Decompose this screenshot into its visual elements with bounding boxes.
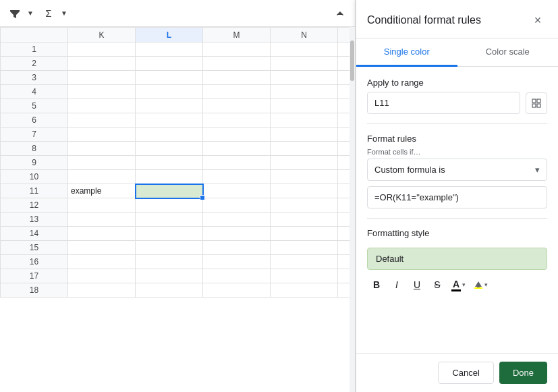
grid-cell[interactable] bbox=[136, 99, 203, 113]
grid-cell[interactable] bbox=[203, 156, 271, 170]
grid-cell[interactable] bbox=[136, 128, 203, 142]
grid-cell[interactable] bbox=[68, 170, 136, 184]
grid-cell[interactable] bbox=[271, 99, 338, 113]
grid-cell[interactable] bbox=[271, 128, 338, 142]
formula-input[interactable] bbox=[367, 186, 547, 208]
scrollbar[interactable] bbox=[350, 27, 355, 392]
cancel-button[interactable]: Cancel bbox=[438, 362, 493, 384]
grid-cell[interactable] bbox=[271, 57, 338, 71]
grid-cell[interactable] bbox=[271, 43, 338, 57]
grid-cell[interactable] bbox=[203, 99, 271, 113]
grid-cell[interactable] bbox=[68, 213, 136, 227]
grid-cell[interactable] bbox=[136, 198, 203, 213]
grid-cell[interactable] bbox=[68, 156, 136, 170]
grid-cell[interactable] bbox=[203, 227, 271, 241]
grid-cell[interactable] bbox=[136, 85, 203, 99]
grid-cell[interactable] bbox=[203, 57, 271, 71]
grid-cell[interactable] bbox=[136, 142, 203, 156]
grid-cell[interactable] bbox=[68, 128, 136, 142]
grid-cell[interactable] bbox=[68, 85, 136, 99]
grid-cell[interactable] bbox=[68, 71, 136, 85]
grid-cell[interactable] bbox=[203, 255, 271, 269]
col-header-k[interactable]: K bbox=[68, 28, 136, 43]
fill-color-chevron[interactable]: ▾ bbox=[484, 281, 488, 288]
grid-selector-button[interactable] bbox=[526, 92, 547, 114]
grid-cell[interactable] bbox=[136, 170, 203, 184]
grid-cell[interactable] bbox=[271, 241, 338, 255]
grid-cell[interactable] bbox=[136, 283, 203, 298]
strikethrough-button[interactable]: S bbox=[428, 275, 447, 294]
grid-cell[interactable] bbox=[271, 255, 338, 269]
sigma-arrow[interactable]: ▼ bbox=[61, 9, 67, 17]
grid-cell[interactable] bbox=[136, 213, 203, 227]
grid-cell[interactable] bbox=[68, 227, 136, 241]
sigma-icon[interactable]: Σ bbox=[39, 4, 58, 23]
font-color-chevron[interactable]: ▾ bbox=[462, 281, 466, 288]
grid-cell[interactable] bbox=[203, 213, 271, 227]
grid-cell[interactable] bbox=[136, 156, 203, 170]
grid-cell[interactable] bbox=[136, 227, 203, 241]
grid-cell[interactable] bbox=[271, 85, 338, 99]
grid-cell[interactable] bbox=[68, 198, 136, 213]
grid-cell[interactable] bbox=[203, 142, 271, 156]
col-header-l[interactable]: L bbox=[136, 28, 203, 43]
grid-cell[interactable] bbox=[68, 255, 136, 269]
grid-cell[interactable] bbox=[136, 269, 203, 283]
col-header-n[interactable]: N bbox=[271, 28, 338, 43]
underline-button[interactable]: U bbox=[408, 275, 426, 294]
grid-cell[interactable] bbox=[271, 184, 338, 198]
grid-cell[interactable] bbox=[136, 43, 203, 57]
filter-icon[interactable] bbox=[5, 4, 24, 23]
condition-dropdown[interactable]: Custom formula is ▾ bbox=[367, 159, 547, 181]
grid-cell[interactable] bbox=[68, 43, 136, 57]
scroll-thumb[interactable] bbox=[350, 40, 354, 81]
grid-cell[interactable] bbox=[68, 283, 136, 298]
grid-cell[interactable] bbox=[68, 113, 136, 128]
grid-cell[interactable] bbox=[136, 57, 203, 71]
grid-cell[interactable] bbox=[271, 283, 338, 298]
grid-cell[interactable] bbox=[203, 170, 271, 184]
grid-cell[interactable] bbox=[136, 71, 203, 85]
grid-cell[interactable] bbox=[203, 85, 271, 99]
grid-cell[interactable] bbox=[271, 142, 338, 156]
grid-cell[interactable] bbox=[136, 113, 203, 128]
grid-cell[interactable] bbox=[203, 71, 271, 85]
grid-cell[interactable] bbox=[271, 198, 338, 213]
done-button[interactable]: Done bbox=[499, 362, 547, 384]
grid-cell[interactable] bbox=[136, 241, 203, 255]
grid-cell[interactable] bbox=[203, 128, 271, 142]
close-button[interactable]: × bbox=[528, 11, 547, 30]
grid-cell[interactable] bbox=[68, 57, 136, 71]
fill-color-button[interactable]: ▾ bbox=[472, 279, 490, 291]
grid-cell[interactable] bbox=[68, 241, 136, 255]
grid-cell[interactable] bbox=[203, 283, 271, 298]
example-cell[interactable]: example bbox=[68, 184, 136, 198]
grid-cell[interactable] bbox=[203, 269, 271, 283]
italic-button[interactable]: I bbox=[387, 275, 406, 294]
selected-cell[interactable] bbox=[136, 184, 203, 198]
grid-cell[interactable] bbox=[203, 184, 271, 198]
grid-cell[interactable] bbox=[271, 213, 338, 227]
grid-cell[interactable] bbox=[271, 156, 338, 170]
grid-cell[interactable] bbox=[271, 269, 338, 283]
grid-cell[interactable] bbox=[68, 142, 136, 156]
grid-cell[interactable] bbox=[136, 255, 203, 269]
col-header-m[interactable]: M bbox=[203, 28, 271, 43]
grid-cell[interactable] bbox=[203, 113, 271, 128]
grid-cell[interactable] bbox=[68, 99, 136, 113]
tab-color-scale[interactable]: Color scale bbox=[457, 38, 559, 67]
grid-cell[interactable] bbox=[203, 43, 271, 57]
grid-cell[interactable] bbox=[271, 170, 338, 184]
font-color-button[interactable]: A ▾ bbox=[449, 277, 468, 293]
tab-single-color[interactable]: Single color bbox=[356, 38, 457, 67]
collapse-icon[interactable] bbox=[331, 4, 350, 23]
grid-cell[interactable] bbox=[203, 241, 271, 255]
range-input[interactable] bbox=[367, 92, 520, 114]
grid-cell[interactable] bbox=[271, 227, 338, 241]
grid-cell[interactable] bbox=[271, 113, 338, 128]
grid-cell[interactable] bbox=[68, 269, 136, 283]
grid-cell[interactable] bbox=[271, 71, 338, 85]
grid-cell[interactable] bbox=[203, 198, 271, 213]
bold-button[interactable]: B bbox=[367, 275, 386, 294]
filter-arrow[interactable]: ▼ bbox=[27, 9, 34, 17]
